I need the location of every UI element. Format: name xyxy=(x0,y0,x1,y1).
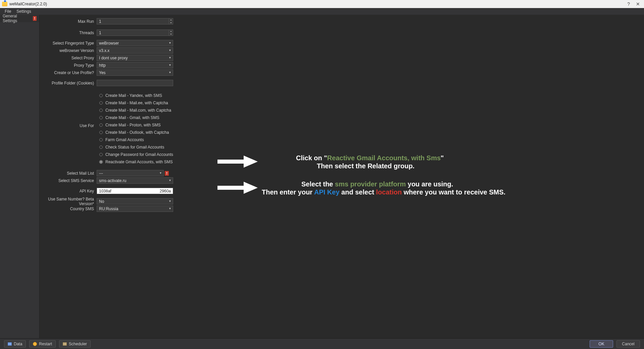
radio-input[interactable] xyxy=(99,116,103,119)
proxy-select[interactable]: I dont use proxy xyxy=(97,55,173,61)
radio-input[interactable] xyxy=(99,94,103,97)
use-for-option-label: Reactivate Gmail Accounts, with SMS xyxy=(105,160,173,164)
max-run-spinner[interactable]: 1 ▲ ▼ xyxy=(97,18,173,24)
radio-input[interactable] xyxy=(99,101,103,105)
country-sms-select[interactable]: RU:Russia xyxy=(97,206,173,212)
api-key-input[interactable]: 1038af 2960a xyxy=(97,188,173,194)
tab-general-settings[interactable]: General Settings ! xyxy=(0,15,39,22)
same-number-select[interactable]: No xyxy=(97,198,173,205)
max-run-value: 1 xyxy=(99,19,101,24)
scheduler-button[interactable]: Scheduler xyxy=(59,340,91,348)
spinner-down-icon[interactable]: ▼ xyxy=(169,33,173,36)
spinner-down-icon[interactable]: ▼ xyxy=(169,21,173,24)
warning-badge-icon: ! xyxy=(165,171,169,176)
use-for-option[interactable]: Change Password for Gmail Accounts xyxy=(99,151,173,158)
mail-list-select[interactable]: --- xyxy=(97,170,164,176)
use-for-option[interactable]: Create Mail - Gmail, with SMS xyxy=(99,114,173,121)
webrowser-version-select[interactable]: v3.x.x xyxy=(97,47,173,54)
app-body: General Settings ! Max Run 1 ▲ ▼ Threads xyxy=(0,15,644,338)
label-same-number: Use Same Number? Beta Version* xyxy=(40,197,97,206)
titlebar-left: weMailCreator(2.2.0) xyxy=(2,2,47,6)
use-for-option[interactable]: Farm Gmail Accounts xyxy=(99,136,173,143)
use-for-option-label: Create Mail - Mail.com, with Captcha xyxy=(105,108,171,113)
radio-input[interactable] xyxy=(99,160,103,164)
profile-folder-input[interactable] xyxy=(97,80,173,86)
use-for-option[interactable]: Create Mail - Yandex, with SMS xyxy=(99,92,173,99)
annotation-line-1: Click on "Reactive Gmail Accounts, with … xyxy=(296,154,444,162)
close-button[interactable]: ✕ xyxy=(636,1,640,7)
use-for-option-label: Create Mail - Mail.ee, with Captcha xyxy=(105,101,168,105)
use-for-option[interactable]: Check Status for Gmail Accounts xyxy=(99,143,173,151)
label-country-sms: Country SMS xyxy=(40,207,97,211)
use-for-option-label: Change Password for Gmail Accounts xyxy=(105,152,173,157)
restart-icon xyxy=(33,342,37,346)
country-sms-value: RU:Russia xyxy=(99,207,118,211)
restart-button[interactable]: Restart xyxy=(29,340,56,348)
create-profile-select[interactable]: Yes xyxy=(97,69,173,76)
form-area: Max Run 1 ▲ ▼ Threads 1 ▲ ▼ xyxy=(40,15,176,212)
use-for-option-label: Farm Gmail Accounts xyxy=(105,137,144,142)
label-max-run: Max Run xyxy=(40,19,97,24)
webrowser-value: v3.x.x xyxy=(99,48,109,53)
threads-value: 1 xyxy=(99,31,101,35)
sms-service-select[interactable]: sms-activate.ru xyxy=(97,177,173,184)
sms-service-value: sms-activate.ru xyxy=(99,178,126,183)
footer-right: OK Cancel xyxy=(590,340,640,348)
app-icon xyxy=(2,2,7,6)
annotation-overlay: Click on "Reactive Gmail Accounts, with … xyxy=(217,15,644,338)
spinner-up-icon[interactable]: ▲ xyxy=(169,18,173,21)
label-proxy-type: Proxy Type xyxy=(40,63,97,68)
annotation-line-2: Then select the Related group. xyxy=(317,162,414,170)
data-icon xyxy=(8,342,12,346)
radio-input[interactable] xyxy=(99,109,103,112)
create-profile-value: Yes xyxy=(99,70,106,75)
radio-input[interactable] xyxy=(99,138,103,141)
footer: Data Restart Scheduler OK Cancel xyxy=(0,338,644,349)
radio-input[interactable] xyxy=(99,131,103,134)
use-for-option[interactable]: Create Mail - Mail.com, with Captcha xyxy=(99,107,173,114)
data-button-label: Data xyxy=(14,342,22,346)
label-mail-list: Select Mail List xyxy=(40,171,97,176)
ok-button[interactable]: OK xyxy=(590,340,613,348)
use-for-option-label: Create Mail - Yandex, with SMS xyxy=(105,93,162,98)
fingerprint-select[interactable]: weBrowser xyxy=(97,40,173,46)
api-key-prefix: 1038af xyxy=(99,189,111,193)
fingerprint-value: weBrowser xyxy=(99,41,119,46)
label-sms-service: Select SMS Service xyxy=(40,178,97,183)
help-button[interactable]: ? xyxy=(627,1,630,7)
proxy-type-value: http xyxy=(99,63,106,68)
restart-button-label: Restart xyxy=(39,342,52,346)
label-api-key: API Key xyxy=(40,189,97,193)
tab-label: General Settings xyxy=(3,14,32,23)
label-threads: Threads xyxy=(40,31,97,35)
titlebar: weMailCreator(2.2.0) ? ✕ xyxy=(0,0,644,8)
cancel-button[interactable]: Cancel xyxy=(616,340,640,348)
label-use-for: Use For xyxy=(40,90,97,128)
scheduler-icon xyxy=(63,342,67,346)
use-for-option[interactable]: Reactivate Gmail Accounts, with SMS xyxy=(99,158,173,166)
use-for-option[interactable]: Create Mail - Outlook, with Captcha xyxy=(99,129,173,136)
radio-input[interactable] xyxy=(99,153,103,156)
annotation-line-3: Select the sms provider platform you are… xyxy=(301,180,453,188)
radio-input[interactable] xyxy=(99,123,103,127)
proxy-type-select[interactable]: http xyxy=(97,62,173,68)
use-for-radio-list: Create Mail - Yandex, with SMSCreate Mai… xyxy=(97,90,173,168)
same-number-value: No xyxy=(99,199,104,204)
use-for-option[interactable]: Create Mail - Mail.ee, with Captcha xyxy=(99,99,173,107)
radio-input[interactable] xyxy=(99,146,103,149)
titlebar-right: ? ✕ xyxy=(627,1,642,7)
label-profile-folder: Profile Folder (Cookies) xyxy=(40,81,97,85)
api-key-suffix: 2960a xyxy=(160,189,171,193)
spinner-buttons: ▲ ▼ xyxy=(169,18,173,24)
annotation-line-4: Then enter your API Key and select locat… xyxy=(262,188,505,196)
label-select-proxy: Select Proxy xyxy=(40,56,97,60)
spinner-up-icon[interactable]: ▲ xyxy=(169,30,173,33)
use-for-option[interactable]: Create Mail - Proton, with SMS xyxy=(99,121,173,129)
data-button[interactable]: Data xyxy=(4,340,26,348)
threads-spinner[interactable]: 1 ▲ ▼ xyxy=(97,30,173,36)
main-panel: Max Run 1 ▲ ▼ Threads 1 ▲ ▼ xyxy=(40,15,644,338)
use-for-option-label: Create Mail - Proton, with SMS xyxy=(105,123,161,127)
use-for-option-label: Create Mail - Outlook, with Captcha xyxy=(105,130,169,135)
spinner-buttons: ▲ ▼ xyxy=(169,30,173,36)
menubar: File Settings xyxy=(0,8,644,15)
